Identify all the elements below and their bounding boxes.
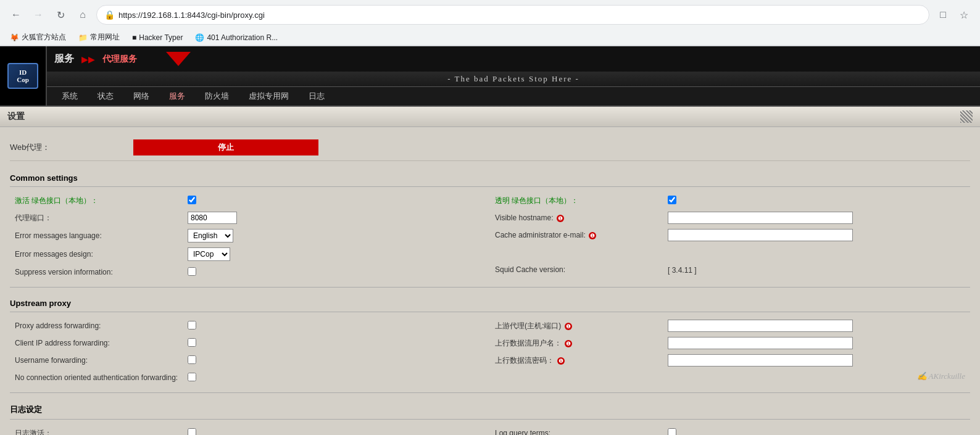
log-activate-checkbox[interactable] — [188, 428, 196, 436]
transparent-green-checkbox[interactable] — [668, 196, 676, 204]
upstream-host-input[interactable] — [668, 320, 853, 332]
no-connection-label: No connection oriented authentication fo… — [15, 373, 188, 382]
bookmark-firefox[interactable]: 🦊 火狐官方站点 — [7, 31, 69, 44]
username-fwd-checkbox[interactable] — [188, 355, 196, 364]
nav-header: 服务 ▶▶ 代理服务 - The bad Packets Stop Here -… — [47, 46, 980, 106]
suppress-version-label: Suppress version information: — [15, 268, 188, 276]
logo-area: IDCop — [0, 46, 47, 106]
bookmark-hacker[interactable]: ■ Hacker Typer — [130, 32, 185, 43]
squid-version-label: Squid Cache version: — [495, 265, 668, 274]
log-grid: 日志激活： Log query terms: — [10, 425, 970, 435]
bad-packets-text: - The bad Packets Stop Here - — [447, 74, 579, 83]
squid-version-text: [ 3.4.11 ] — [668, 266, 697, 275]
upstream-username-label: 上行数据流用户名： ❶ — [495, 338, 668, 349]
cache-admin-info-dot: ❶ — [589, 232, 596, 239]
error-design-control: IPCop Default — [188, 247, 485, 261]
transparent-green-control — [668, 196, 965, 206]
error-lang-row: Error messages language: English German … — [15, 226, 485, 245]
suppress-version-row: Suppress version information: — [15, 263, 485, 281]
nav-status[interactable]: 状态 — [88, 87, 123, 106]
back-button[interactable]: ← — [7, 6, 25, 23]
spacer-row — [495, 244, 965, 261]
decorative-dots — [960, 110, 973, 123]
form-right-column: 透明 绿色接口（本地）： Visible hostname: ❶ — [490, 192, 970, 281]
reload-button[interactable]: ↻ — [52, 6, 69, 23]
suppress-version-checkbox[interactable] — [188, 267, 196, 276]
log-settings-header: 日志设定 — [10, 399, 970, 420]
nav-firewall[interactable]: 防火墙 — [195, 87, 239, 106]
browser-chrome: ← → ↻ ⌂ 🔒 □ ☆ 🦊 火狐官方站点 📁 常用网址 ■ Hacker T… — [0, 0, 980, 46]
red-arrow-down-1 — [163, 49, 194, 67]
address-input[interactable] — [118, 10, 921, 20]
visible-hostname-input[interactable] — [668, 212, 853, 224]
extensions-button[interactable]: □ — [934, 6, 952, 23]
username-fwd-row: Username forwarding: — [15, 352, 485, 369]
star-button[interactable]: ☆ — [955, 6, 973, 23]
proxy-addr-fwd-checkbox[interactable] — [188, 321, 196, 329]
nav-services[interactable]: 服务 — [159, 87, 195, 106]
upstream-password-label: 上行数据流密码： ❶ — [495, 355, 668, 366]
error-lang-select[interactable]: English German French Spanish — [188, 229, 233, 242]
client-ip-fwd-checkbox[interactable] — [188, 338, 196, 347]
svg-marker-0 — [166, 52, 191, 66]
divider-1 — [10, 287, 970, 288]
cache-admin-input[interactable] — [668, 229, 853, 241]
upstream-host-control — [668, 320, 965, 332]
settings-container: 设置 Web代理： 停止 Common settings 激活 绿色接口（本地）… — [0, 107, 980, 435]
address-bar: 🔒 — [96, 5, 929, 25]
proxy-port-control — [188, 212, 485, 224]
bookmark-firefox-label: 火狐官方站点 — [22, 32, 66, 43]
activate-green-label: 激活 绿色接口（本地）： — [15, 196, 188, 206]
upstream-password-info-dot: ❶ — [557, 357, 565, 365]
nav-double-arrow: ▶▶ — [81, 54, 95, 64]
web-proxy-label: Web代理： — [10, 142, 133, 153]
error-lang-control: English German French Spanish — [188, 229, 485, 242]
settings-header: 设置 — [0, 107, 980, 127]
home-button[interactable]: ⌂ — [74, 6, 91, 23]
lock-icon: 🔒 — [104, 10, 115, 20]
log-activate-row: 日志激活： — [15, 425, 485, 435]
no-connection-row: No connection oriented authentication fo… — [15, 369, 485, 386]
visible-hostname-row: Visible hostname: ❶ — [495, 209, 965, 226]
logo: IDCop — [7, 63, 38, 89]
upstream-host-label: 上游代理(主机:端口) ❶ — [495, 321, 668, 331]
log-activate-label: 日志激活： — [15, 428, 188, 436]
nav-menu-row: 系统 状态 网络 服务 防火墙 虚拟专用网 日志 — [47, 87, 980, 106]
error-design-select[interactable]: IPCop Default — [188, 247, 230, 261]
proxy-addr-fwd-control — [188, 321, 485, 331]
nav-vpn[interactable]: 虚拟专用网 — [239, 87, 299, 106]
log-query-label: Log query terms: — [495, 429, 668, 435]
activate-green-row: 激活 绿色接口（本地）： — [15, 192, 485, 209]
client-ip-fwd-label: Client IP address forwarding: — [15, 339, 188, 347]
upstream-username-control — [668, 337, 965, 349]
cache-admin-control — [668, 229, 965, 241]
folder-icon: 📁 — [78, 33, 88, 42]
settings-title: 设置 — [7, 111, 25, 122]
log-right-column: Log query terms: Log useragents: — [490, 425, 970, 435]
nav-log[interactable]: 日志 — [299, 87, 334, 106]
common-settings-header: Common settings — [10, 168, 970, 187]
proxy-port-row: 代理端口： — [15, 209, 485, 226]
transparent-green-label: 透明 绿色接口（本地）： — [495, 196, 668, 206]
nav-system[interactable]: 系统 — [52, 87, 88, 106]
upstream-password-input[interactable] — [668, 354, 853, 367]
divider-2 — [10, 392, 970, 393]
browser-toolbar: ← → ↻ ⌂ 🔒 □ ☆ — [0, 0, 980, 30]
no-connection-checkbox[interactable] — [188, 373, 196, 381]
activate-green-checkbox[interactable] — [188, 196, 196, 204]
bookmark-common[interactable]: 📁 常用网址 — [76, 31, 122, 44]
activate-green-control — [188, 196, 485, 206]
bookmark-auth[interactable]: 🌐 401 Authorization R... — [193, 32, 280, 43]
nav-network[interactable]: 网络 — [123, 87, 159, 106]
proxy-port-input[interactable] — [188, 212, 237, 224]
upstream-username-input[interactable] — [668, 337, 853, 349]
proxy-addr-fwd-row: Proxy address forwarding: — [15, 317, 485, 334]
forward-button[interactable]: → — [30, 6, 47, 23]
form-left-column: 激活 绿色接口（本地）： 代理端口： Error mes — [10, 192, 490, 281]
nav-title-row: 服务 ▶▶ 代理服务 — [47, 46, 980, 72]
squid-version-row: Squid Cache version: [ 3.4.11 ] — [495, 261, 965, 278]
stop-button[interactable]: 停止 — [133, 139, 318, 155]
log-query-checkbox[interactable] — [668, 428, 676, 436]
settings-body: Web代理： 停止 Common settings 激活 绿色接口（本地）： — [0, 127, 980, 435]
browser-right-icons: □ ☆ — [934, 6, 973, 23]
